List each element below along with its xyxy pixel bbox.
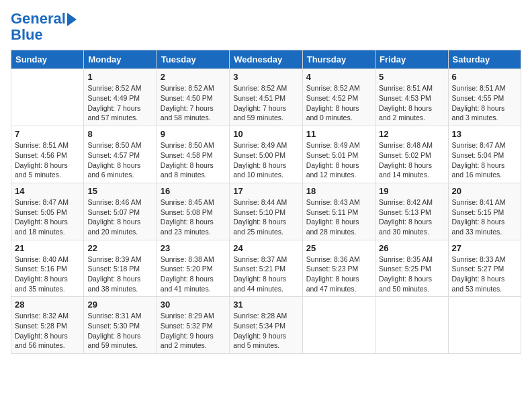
day-number: 17 — [233, 186, 298, 196]
calendar-header-thursday: Thursday — [302, 50, 375, 69]
day-detail: Sunrise: 8:51 AMSunset: 4:53 PMDaylight:… — [379, 83, 444, 123]
calendar-cell: 22Sunrise: 8:39 AMSunset: 5:18 PMDayligh… — [84, 240, 157, 297]
day-number: 3 — [233, 72, 298, 82]
day-number: 28 — [15, 300, 80, 310]
day-number: 16 — [161, 186, 226, 196]
day-number: 10 — [233, 129, 298, 139]
day-detail: Sunrise: 8:35 AMSunset: 5:25 PMDaylight:… — [379, 255, 444, 294]
day-detail: Sunrise: 8:52 AMSunset: 4:49 PMDaylight:… — [87, 83, 152, 123]
calendar-cell: 5Sunrise: 8:51 AMSunset: 4:53 PMDaylight… — [375, 69, 448, 126]
calendar-cell: 9Sunrise: 8:50 AMSunset: 4:58 PMDaylight… — [157, 126, 229, 183]
day-detail: Sunrise: 8:50 AMSunset: 4:57 PMDaylight:… — [87, 140, 152, 180]
day-number: 30 — [161, 300, 226, 310]
day-number: 21 — [15, 243, 80, 253]
day-detail: Sunrise: 8:51 AMSunset: 4:55 PMDaylight:… — [452, 83, 517, 123]
calendar-cell: 7Sunrise: 8:51 AMSunset: 4:56 PMDaylight… — [11, 126, 84, 183]
calendar-cell: 14Sunrise: 8:47 AMSunset: 5:05 PMDayligh… — [11, 183, 84, 240]
calendar-cell: 11Sunrise: 8:49 AMSunset: 5:01 PMDayligh… — [302, 126, 375, 183]
day-detail: Sunrise: 8:46 AMSunset: 5:07 PMDaylight:… — [87, 197, 152, 237]
day-number: 27 — [452, 243, 517, 253]
calendar-cell — [302, 297, 375, 354]
day-number: 6 — [452, 72, 517, 82]
day-number: 14 — [15, 186, 80, 196]
day-detail: Sunrise: 8:51 AMSunset: 4:56 PMDaylight:… — [15, 140, 80, 180]
day-detail: Sunrise: 8:47 AMSunset: 5:05 PMDaylight:… — [15, 197, 80, 237]
calendar-cell: 6Sunrise: 8:51 AMSunset: 4:55 PMDaylight… — [448, 69, 521, 126]
day-detail: Sunrise: 8:49 AMSunset: 5:00 PMDaylight:… — [233, 140, 298, 180]
calendar-cell: 13Sunrise: 8:47 AMSunset: 5:04 PMDayligh… — [448, 126, 521, 183]
day-number: 31 — [233, 300, 298, 310]
calendar-cell: 2Sunrise: 8:52 AMSunset: 4:50 PMDaylight… — [157, 69, 229, 126]
day-detail: Sunrise: 8:29 AMSunset: 5:32 PMDaylight:… — [161, 311, 226, 351]
calendar-header-row: SundayMondayTuesdayWednesdayThursdayFrid… — [11, 50, 521, 69]
calendar-cell: 16Sunrise: 8:45 AMSunset: 5:08 PMDayligh… — [157, 183, 229, 240]
calendar-cell: 31Sunrise: 8:28 AMSunset: 5:34 PMDayligh… — [230, 297, 302, 354]
day-detail: Sunrise: 8:44 AMSunset: 5:10 PMDaylight:… — [233, 197, 298, 237]
calendar-header-tuesday: Tuesday — [157, 50, 229, 69]
day-number: 8 — [87, 129, 152, 139]
logo: General Blue — [11, 11, 77, 43]
calendar-cell: 4Sunrise: 8:52 AMSunset: 4:52 PMDaylight… — [302, 69, 375, 126]
calendar-cell — [448, 297, 521, 354]
day-number: 29 — [87, 300, 152, 310]
day-number: 11 — [306, 129, 371, 139]
page-header: General Blue — [11, 11, 521, 43]
calendar-cell: 8Sunrise: 8:50 AMSunset: 4:57 PMDaylight… — [84, 126, 157, 183]
calendar-cell: 24Sunrise: 8:37 AMSunset: 5:21 PMDayligh… — [230, 240, 302, 297]
calendar-cell: 17Sunrise: 8:44 AMSunset: 5:10 PMDayligh… — [230, 183, 302, 240]
calendar-cell: 30Sunrise: 8:29 AMSunset: 5:32 PMDayligh… — [157, 297, 229, 354]
day-detail: Sunrise: 8:41 AMSunset: 5:15 PMDaylight:… — [452, 197, 517, 237]
day-number: 22 — [87, 243, 152, 253]
calendar-week-row: 21Sunrise: 8:40 AMSunset: 5:16 PMDayligh… — [11, 240, 521, 297]
day-number: 13 — [452, 129, 517, 139]
day-detail: Sunrise: 8:45 AMSunset: 5:08 PMDaylight:… — [161, 197, 226, 237]
calendar-week-row: 28Sunrise: 8:32 AMSunset: 5:28 PMDayligh… — [11, 297, 521, 354]
calendar-cell: 3Sunrise: 8:52 AMSunset: 4:51 PMDaylight… — [230, 69, 302, 126]
calendar-table: SundayMondayTuesdayWednesdayThursdayFrid… — [11, 50, 521, 354]
calendar-cell: 19Sunrise: 8:42 AMSunset: 5:13 PMDayligh… — [375, 183, 448, 240]
day-number: 4 — [306, 72, 371, 82]
logo-arrow-icon — [67, 13, 77, 26]
day-detail: Sunrise: 8:36 AMSunset: 5:23 PMDaylight:… — [306, 255, 371, 294]
day-detail: Sunrise: 8:47 AMSunset: 5:04 PMDaylight:… — [452, 140, 517, 180]
day-number: 9 — [161, 129, 226, 139]
calendar-cell: 21Sunrise: 8:40 AMSunset: 5:16 PMDayligh… — [11, 240, 84, 297]
day-number: 2 — [161, 72, 226, 82]
day-detail: Sunrise: 8:52 AMSunset: 4:51 PMDaylight:… — [233, 83, 298, 123]
day-detail: Sunrise: 8:33 AMSunset: 5:27 PMDaylight:… — [452, 255, 517, 294]
calendar-cell — [375, 297, 448, 354]
day-number: 26 — [379, 243, 444, 253]
calendar-header-monday: Monday — [84, 50, 157, 69]
day-detail: Sunrise: 8:31 AMSunset: 5:30 PMDaylight:… — [87, 311, 152, 351]
calendar-header-wednesday: Wednesday — [230, 50, 302, 69]
day-number: 18 — [306, 186, 371, 196]
calendar-cell: 12Sunrise: 8:48 AMSunset: 5:02 PMDayligh… — [375, 126, 448, 183]
day-number: 19 — [379, 186, 444, 196]
day-detail: Sunrise: 8:52 AMSunset: 4:50 PMDaylight:… — [161, 83, 226, 123]
day-detail: Sunrise: 8:42 AMSunset: 5:13 PMDaylight:… — [379, 197, 444, 237]
day-detail: Sunrise: 8:48 AMSunset: 5:02 PMDaylight:… — [379, 140, 444, 180]
calendar-header-friday: Friday — [375, 50, 448, 69]
calendar-cell: 25Sunrise: 8:36 AMSunset: 5:23 PMDayligh… — [302, 240, 375, 297]
day-detail: Sunrise: 8:50 AMSunset: 4:58 PMDaylight:… — [161, 140, 226, 180]
day-detail: Sunrise: 8:40 AMSunset: 5:16 PMDaylight:… — [15, 255, 80, 294]
calendar-week-row: 14Sunrise: 8:47 AMSunset: 5:05 PMDayligh… — [11, 183, 521, 240]
calendar-week-row: 1Sunrise: 8:52 AMSunset: 4:49 PMDaylight… — [11, 69, 521, 126]
day-number: 7 — [15, 129, 80, 139]
day-detail: Sunrise: 8:32 AMSunset: 5:28 PMDaylight:… — [15, 311, 80, 351]
day-number: 23 — [161, 243, 226, 253]
day-detail: Sunrise: 8:43 AMSunset: 5:11 PMDaylight:… — [306, 197, 371, 237]
day-detail: Sunrise: 8:39 AMSunset: 5:18 PMDaylight:… — [87, 255, 152, 294]
calendar-cell: 27Sunrise: 8:33 AMSunset: 5:27 PMDayligh… — [448, 240, 521, 297]
logo-text-bottom: Blue — [11, 27, 77, 43]
day-number: 15 — [87, 186, 152, 196]
calendar-cell: 15Sunrise: 8:46 AMSunset: 5:07 PMDayligh… — [84, 183, 157, 240]
day-detail: Sunrise: 8:49 AMSunset: 5:01 PMDaylight:… — [306, 140, 371, 180]
day-number: 1 — [87, 72, 152, 82]
day-detail: Sunrise: 8:52 AMSunset: 4:52 PMDaylight:… — [306, 83, 371, 123]
day-number: 12 — [379, 129, 444, 139]
logo-text-top: General — [11, 11, 66, 27]
calendar-cell: 20Sunrise: 8:41 AMSunset: 5:15 PMDayligh… — [448, 183, 521, 240]
day-detail: Sunrise: 8:38 AMSunset: 5:20 PMDaylight:… — [161, 255, 226, 294]
day-detail: Sunrise: 8:28 AMSunset: 5:34 PMDaylight:… — [233, 311, 298, 351]
